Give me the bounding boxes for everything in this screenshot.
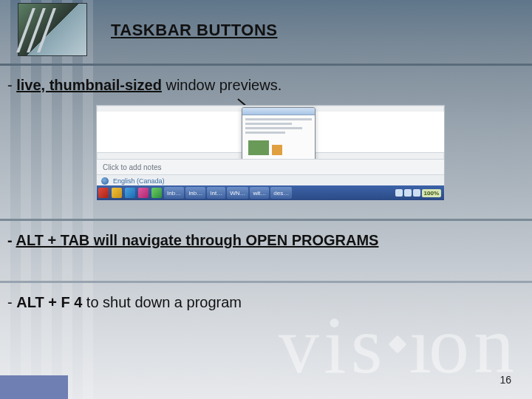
tray-icon: [395, 189, 403, 197]
bullet-2: - ALT + TAB will navigate through OPEN P…: [7, 232, 517, 249]
notes-placeholder: Click to add notes: [97, 159, 444, 175]
watermark: visıon: [279, 304, 519, 386]
taskbar-button: Inb…: [164, 187, 184, 199]
taskbar: Inb… Inb… Int… WN… wit… des… 100%: [97, 185, 444, 200]
divider: [0, 219, 532, 221]
preview-area: [97, 112, 444, 153]
zoom-percent: 100%: [422, 189, 441, 197]
thumbnail-image-orange: [272, 145, 282, 155]
taskbar-icon: [151, 188, 162, 198]
tray-icon: [413, 189, 420, 197]
page-number: 16: [499, 374, 511, 386]
bullet-2-text: ALT + TAB will navigate through OPEN PRO…: [16, 232, 378, 248]
corner-accent: [0, 375, 68, 399]
taskbar-button: Int…: [207, 187, 225, 199]
bullet-3-strong: ALT + F 4: [16, 294, 82, 310]
bullet-dash: -: [7, 232, 16, 248]
bullet-dash: -: [7, 77, 16, 93]
system-tray: 100%: [395, 189, 444, 197]
taskbar-button: wit…: [250, 187, 269, 199]
thumbnail-image-green: [248, 140, 269, 155]
bullet-1-strong: live, thumbnail-sized: [16, 77, 162, 93]
bullet-1-rest: window previews.: [162, 77, 282, 93]
bullet-1: - live, thumbnail-sized window previews.: [7, 77, 517, 94]
tray-icon: [404, 189, 412, 197]
thumbnail-titlebar: [242, 108, 315, 115]
slide-title: TASKBAR BUTTONS: [111, 21, 277, 40]
bullet-3-rest: to shut down a program: [82, 294, 242, 310]
slide: TASKBAR BUTTONS - live, thumbnail-sized …: [0, 0, 532, 399]
thumbnail-body: [245, 118, 312, 158]
bullet-dash: -: [7, 294, 16, 310]
taskbar-button: des…: [270, 187, 292, 199]
logo-image: [18, 3, 87, 56]
taskbar-button: WN…: [227, 187, 248, 199]
taskbar-icon: [112, 188, 122, 198]
taskbar-button: Inb…: [185, 187, 205, 199]
window-thumbnail: [242, 107, 316, 162]
embedded-screenshot: Click to add notes English (Canada) Inb……: [96, 105, 445, 201]
divider: [0, 64, 532, 66]
watermark-dot-icon: [389, 335, 407, 353]
taskbar-icon: [138, 188, 149, 198]
decorative-bands: [0, 0, 103, 399]
taskbar-icon: [98, 188, 109, 198]
taskbar-icon: [125, 188, 135, 198]
divider: [0, 281, 532, 283]
